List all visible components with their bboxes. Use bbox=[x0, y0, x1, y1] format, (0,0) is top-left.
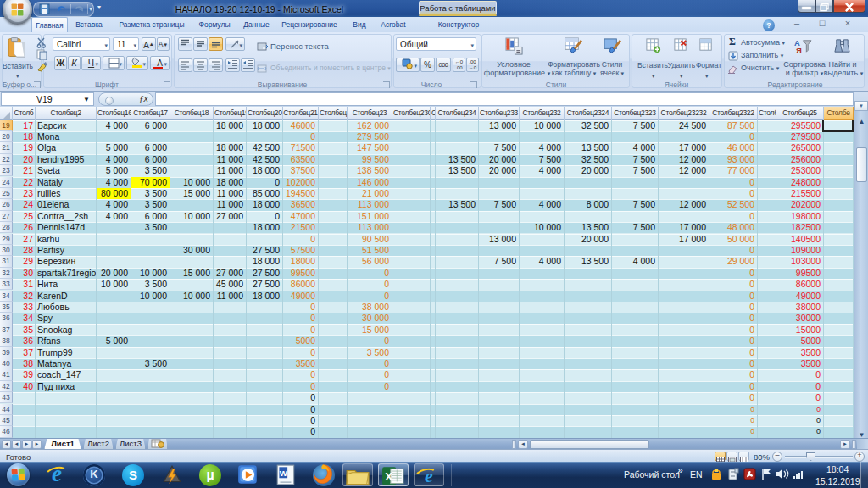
svg-text:W: W bbox=[280, 469, 288, 478]
svg-text:Я: Я bbox=[796, 46, 802, 55]
svg-text:X: X bbox=[385, 470, 392, 483]
